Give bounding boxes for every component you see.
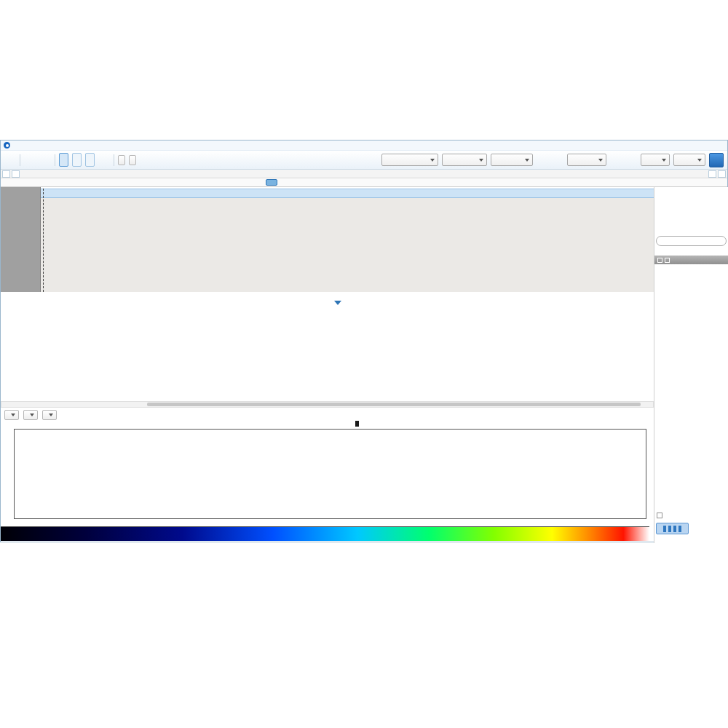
- dsa-average-select[interactable]: [42, 410, 57, 420]
- eeg-view[interactable]: [1, 187, 654, 292]
- eeg-time-header: [41, 189, 654, 198]
- dsa-time-axis: [1, 421, 654, 428]
- next-page-button[interactable]: [708, 170, 716, 178]
- amplitude-fit-icon[interactable]: [552, 153, 563, 167]
- go-end-button[interactable]: [712, 189, 728, 204]
- page-back-button[interactable]: [676, 205, 692, 220]
- uni-button[interactable]: [118, 155, 125, 165]
- prev-page-button[interactable]: [12, 170, 20, 178]
- speed-select[interactable]: [567, 154, 606, 166]
- go-last-page-button[interactable]: [718, 170, 726, 178]
- montage-select[interactable]: [381, 154, 438, 166]
- search-box[interactable]: [656, 236, 727, 246]
- chevron-down-icon: [697, 159, 702, 162]
- main-timeline-ruler[interactable]: [1, 170, 727, 178]
- sensitivity-select[interactable]: [491, 154, 533, 166]
- settings-gear-icon[interactable]: [39, 153, 51, 167]
- nav-time-scale[interactable]: [1, 178, 728, 187]
- gear-icon[interactable]: [708, 222, 719, 237]
- events-panel: [654, 187, 728, 543]
- spectrogram-canvas[interactable]: [14, 429, 646, 519]
- eeg-trace-area[interactable]: [41, 198, 654, 292]
- desktop: [0, 0, 728, 728]
- events-header: [654, 256, 728, 264]
- time-filter-checkbox[interactable]: [657, 513, 662, 518]
- eeg-toggle[interactable]: [59, 153, 68, 167]
- chevron-down-icon: [479, 159, 483, 162]
- step-back-button[interactable]: [676, 189, 692, 204]
- timebase-expand-icon[interactable]: [610, 153, 622, 167]
- next-event-button[interactable]: [668, 222, 680, 237]
- color-scale-bar: [1, 526, 649, 541]
- base-button[interactable]: [129, 155, 136, 165]
- go-start-button[interactable]: [657, 189, 673, 204]
- go-first-page-button[interactable]: [2, 170, 10, 178]
- dsa-toggle[interactable]: [85, 153, 95, 167]
- timebase-compress-icon[interactable]: [625, 153, 637, 167]
- dsa-position-marker: [355, 421, 359, 427]
- filter-settings-button[interactable]: [709, 153, 724, 167]
- eeg-waveforms: [41, 198, 654, 292]
- step-forward-button[interactable]: [694, 189, 710, 204]
- titlebar: [1, 141, 727, 151]
- app-logo-icon: [4, 142, 10, 149]
- toolbar-divider: [114, 154, 114, 166]
- chevron-down-icon: [598, 159, 603, 162]
- nav-timeline-ruler[interactable]: [1, 178, 727, 187]
- maximize-button[interactable]: [698, 141, 711, 150]
- dsa-toolbar: [1, 410, 654, 420]
- highcut-select[interactable]: [673, 154, 705, 166]
- time-cursor: [43, 189, 44, 292]
- profile-select[interactable]: [442, 154, 487, 166]
- use-time-filter[interactable]: [657, 513, 665, 518]
- trend-scrollbar[interactable]: [1, 401, 654, 408]
- flag-icon[interactable]: [683, 222, 695, 237]
- toolbar: [1, 151, 727, 170]
- minimize-button[interactable]: [684, 141, 697, 150]
- chevron-down-icon: [30, 414, 34, 416]
- channel-gutter: [1, 187, 41, 292]
- page-forward-outer-button[interactable]: [712, 205, 728, 220]
- dsa-scale-row: [1, 518, 654, 526]
- lowcut-select[interactable]: [641, 154, 670, 166]
- chevron-down-icon: [430, 159, 435, 162]
- close-button[interactable]: [712, 141, 724, 150]
- toolbar-divider: [20, 154, 20, 166]
- chevron-down-icon: [525, 159, 529, 162]
- prev-event-button[interactable]: [656, 222, 668, 237]
- chevron-down-icon: [11, 414, 15, 416]
- refresh-icon[interactable]: [98, 153, 110, 167]
- toolbar-divider: [55, 154, 55, 166]
- clock-icon[interactable]: [695, 222, 707, 237]
- apply-button[interactable]: [656, 523, 689, 534]
- edit-pen-icon[interactable]: [701, 521, 714, 534]
- cfm-toggle[interactable]: [72, 153, 82, 167]
- events-table-icon[interactable]: [657, 258, 662, 263]
- search-input[interactable]: [662, 238, 711, 245]
- dsa-preset-select[interactable]: [4, 410, 19, 420]
- trend-view[interactable]: [1, 314, 654, 400]
- app-window: [0, 140, 728, 542]
- sensitivity-updown-icon[interactable]: [537, 153, 548, 167]
- window-controls: [684, 141, 724, 150]
- trend-canvas[interactable]: [14, 321, 640, 394]
- scrollbar-thumb[interactable]: [147, 403, 641, 406]
- page-back-outer-button[interactable]: [657, 205, 673, 220]
- spectrogram-view[interactable]: [1, 429, 654, 518]
- events-filter-icon[interactable]: [665, 258, 670, 263]
- page-forward-button[interactable]: [694, 205, 710, 220]
- eye-icon[interactable]: [24, 153, 36, 167]
- save-icon[interactable]: [4, 153, 16, 167]
- chevron-down-icon: [49, 414, 53, 416]
- splitter-handle[interactable]: [334, 301, 341, 305]
- recording-time-scale[interactable]: [21, 170, 672, 178]
- dsa-map-mode-select[interactable]: [23, 410, 38, 420]
- chevron-down-icon: [662, 159, 666, 162]
- timeline-slider[interactable]: [266, 179, 277, 186]
